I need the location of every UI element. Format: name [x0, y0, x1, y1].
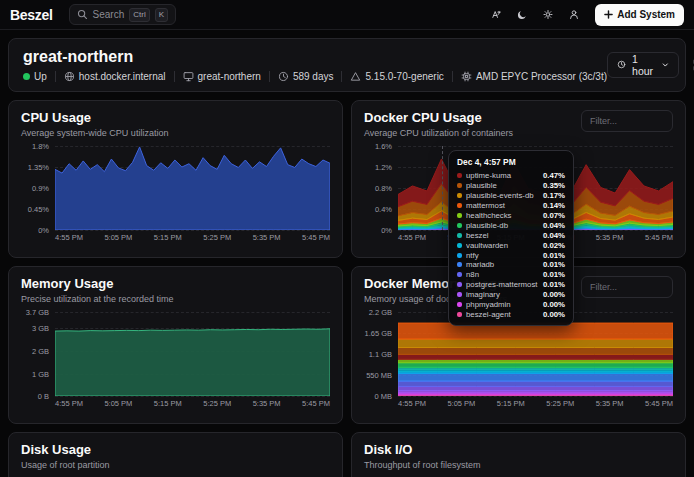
meta-cpu-model: AMD EPYC Processor (3c/3t): [461, 71, 607, 82]
status-badge: Up: [23, 71, 47, 82]
card-subtitle: Memory usage of docker containers: [364, 294, 507, 304]
user-icon: [569, 8, 579, 21]
search-input[interactable]: Search Ctrl K: [69, 4, 176, 25]
docker-cpu-filter-input[interactable]: [581, 110, 673, 132]
status-dot: [23, 73, 30, 80]
card-title: CPU Usage: [21, 110, 168, 126]
layout-toggle-button[interactable]: [687, 52, 694, 78]
gear-icon: [543, 8, 553, 21]
time-range-value: 1 hour: [632, 53, 656, 77]
meta-uptime: 589 days: [278, 71, 334, 82]
theme-toggle-button[interactable]: [511, 4, 533, 26]
system-meta-row: Up host.docker.internal great-northern: [23, 71, 607, 82]
language-icon: [491, 8, 501, 21]
memory-usage-card: Memory Usage Precise utilization at the …: [8, 266, 343, 424]
card-title: Memory Usage: [21, 276, 174, 292]
divider: [269, 71, 270, 82]
divider: [174, 71, 175, 82]
x-axis-labels: 4:55 PM5:05 PM5:15 PM5:25 PM5:35 PM5:45 …: [398, 399, 673, 408]
clock-icon: [278, 71, 289, 82]
card-title: Docker CPU Usage: [364, 110, 513, 126]
card-subtitle: Average system-wide CPU utilization: [21, 128, 168, 138]
app-logo[interactable]: Beszel: [10, 7, 53, 23]
chip-icon: [461, 71, 472, 82]
search-label: Search: [93, 9, 125, 20]
moon-icon: [517, 9, 527, 21]
meta-hostname: great-northern: [183, 71, 261, 82]
topbar: Beszel Search Ctrl K Add Sy: [0, 0, 694, 30]
docker-memory-usage-chart[interactable]: 2.2 GB1.65 GB1.1 GB550 MB0 MB 4:55 PM5:0…: [364, 312, 673, 408]
cpu-usage-card: CPU Usage Average system-wide CPU utiliz…: [8, 100, 343, 258]
user-menu-button[interactable]: [563, 4, 585, 26]
add-system-label: Add System: [617, 9, 675, 20]
y-axis-labels: 2.2 GB1.65 GB1.1 GB550 MB0 MB: [364, 312, 398, 396]
y-axis-labels: 1.8%1.35%0.9%0.45%0%: [21, 146, 55, 230]
system-name: great-northern: [23, 47, 607, 66]
card-title: Disk I/O: [364, 442, 481, 458]
system-summary-card: great-northern Up host.docker.internal: [8, 38, 686, 92]
history-icon: [617, 59, 626, 70]
status-label: Up: [34, 71, 47, 82]
docker-memory-filter-input[interactable]: [581, 276, 673, 298]
card-title: Disk Usage: [21, 442, 110, 458]
language-button[interactable]: [485, 4, 507, 26]
card-subtitle: Average CPU utilization of containers: [364, 128, 513, 138]
disk-io-card: Disk I/O Throughput of root filesystem: [351, 432, 686, 477]
y-axis-labels: 1.6%1.2%0.8%0.4%0%: [364, 146, 398, 230]
docker-cpu-usage-chart[interactable]: 1.6%1.2%0.8%0.4%0% 4:55 PM5:05 PM5:15 PM…: [364, 146, 673, 242]
kbd-ctrl: Ctrl: [129, 8, 149, 22]
globe-icon: [64, 71, 75, 82]
card-title: Docker Memory Usage: [364, 276, 507, 292]
beszel-dashboard: Beszel Search Ctrl K Add Sy: [0, 0, 694, 477]
card-subtitle: Usage of root partition: [21, 460, 110, 470]
meta-kernel: 5.15.0-70-generic: [350, 71, 443, 82]
kernel-icon: [350, 71, 361, 82]
plot-area[interactable]: [55, 312, 330, 396]
x-axis-labels: 4:55 PM5:05 PM5:15 PM5:25 PM5:35 PM5:45 …: [55, 399, 330, 408]
plot-area[interactable]: [398, 312, 673, 396]
y-axis-labels: 3.7 GB3 GB2 GB1 GB0 B: [21, 312, 55, 396]
divider: [341, 71, 342, 82]
plus-icon: [604, 10, 613, 19]
search-icon: [77, 9, 88, 20]
docker-memory-usage-card: Docker Memory Usage Memory usage of dock…: [351, 266, 686, 424]
x-axis-labels: 4:55 PM5:05 PM5:15 PM5:25 PM5:35 PM5:45 …: [398, 233, 673, 242]
divider: [55, 71, 56, 82]
divider: [452, 71, 453, 82]
docker-cpu-usage-card: Docker CPU Usage Average CPU utilization…: [351, 100, 686, 258]
card-subtitle: Precise utilization at the recorded time: [21, 294, 174, 304]
cpu-usage-chart[interactable]: 1.8%1.35%0.9%0.45%0% 4:55 PM5:05 PM5:15 …: [21, 146, 330, 242]
card-subtitle: Throughput of root filesystem: [364, 460, 481, 470]
monitor-icon: [183, 71, 194, 82]
time-range-select[interactable]: 1 hour: [607, 52, 679, 78]
plot-area[interactable]: [398, 146, 673, 230]
settings-button[interactable]: [537, 4, 559, 26]
memory-usage-chart[interactable]: 3.7 GB3 GB2 GB1 GB0 B 4:55 PM5:05 PM5:15…: [21, 312, 330, 408]
x-axis-labels: 4:55 PM5:05 PM5:15 PM5:25 PM5:35 PM5:45 …: [55, 233, 330, 242]
disk-usage-card: Disk Usage Usage of root partition: [8, 432, 343, 477]
plot-area[interactable]: [55, 146, 330, 230]
meta-host: host.docker.internal: [64, 71, 166, 82]
chevron-down-icon: [662, 61, 669, 69]
add-system-button[interactable]: Add System: [595, 4, 684, 26]
kbd-k: K: [155, 8, 168, 22]
